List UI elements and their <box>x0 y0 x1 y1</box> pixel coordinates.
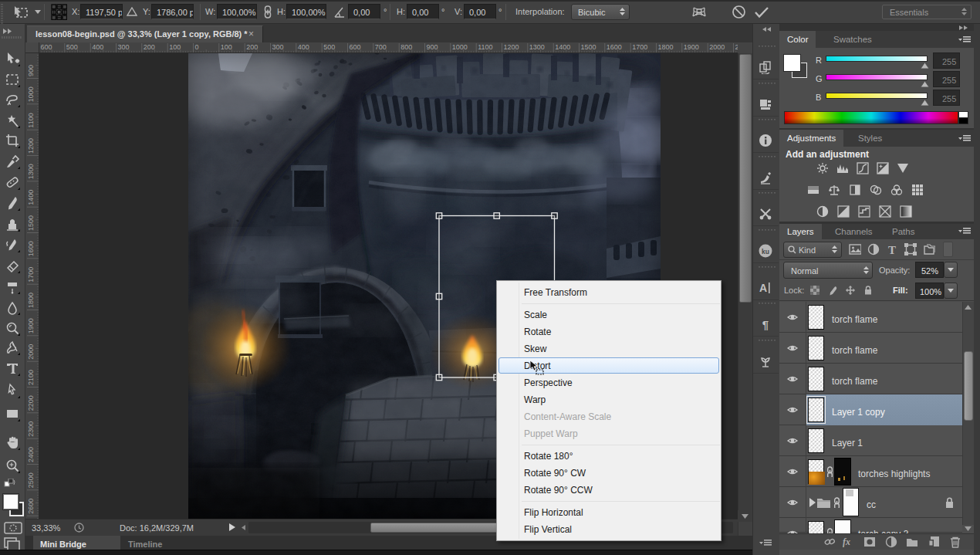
svg-text:1000: 1000 <box>27 86 35 102</box>
svg-text:1400: 1400 <box>27 190 35 205</box>
svg-text:2000: 2000 <box>709 43 725 51</box>
svg-text:2300: 2300 <box>27 421 35 437</box>
svg-text:100: 100 <box>169 43 181 51</box>
svg-text:1100: 1100 <box>27 113 35 127</box>
svg-text:1400: 1400 <box>555 43 570 51</box>
svg-text:1500: 1500 <box>581 43 596 51</box>
svg-text:1900: 1900 <box>27 318 35 333</box>
svg-text:200: 200 <box>144 43 155 51</box>
svg-text:2100: 2100 <box>27 370 35 385</box>
svg-text:400: 400 <box>92 43 103 51</box>
svg-text:¶: ¶ <box>762 318 769 331</box>
svg-text:A: A <box>759 282 767 294</box>
svg-text:1100: 1100 <box>478 43 492 51</box>
svg-text:400: 400 <box>298 43 309 51</box>
svg-text:600: 600 <box>41 43 52 51</box>
svg-text:500: 500 <box>323 43 335 51</box>
svg-text:1700: 1700 <box>632 43 647 51</box>
svg-text:2500: 2500 <box>27 472 35 488</box>
svg-text:1800: 1800 <box>658 43 674 51</box>
svg-text:2200: 2200 <box>27 395 35 411</box>
svg-text:1700: 1700 <box>27 267 35 283</box>
svg-text:700: 700 <box>375 43 387 51</box>
svg-text:1200: 1200 <box>504 43 519 51</box>
svg-text:2600: 2600 <box>27 499 35 514</box>
svg-text:200: 200 <box>246 43 258 51</box>
svg-text:900: 900 <box>27 65 35 76</box>
svg-text:0: 0 <box>195 43 199 51</box>
svg-text:900: 900 <box>427 43 438 51</box>
svg-text:1300: 1300 <box>529 43 545 51</box>
svg-text:fx: fx <box>843 536 850 547</box>
svg-text:2000: 2000 <box>27 344 35 360</box>
svg-text:100: 100 <box>221 43 232 51</box>
svg-text:T: T <box>888 244 896 256</box>
svg-text:1800: 1800 <box>27 293 35 308</box>
svg-text:500: 500 <box>66 43 78 51</box>
svg-text:1300: 1300 <box>27 164 35 179</box>
svg-text:2400: 2400 <box>27 447 35 462</box>
svg-text:1500: 1500 <box>27 215 35 231</box>
svg-text:1900: 1900 <box>684 43 699 51</box>
svg-text:300: 300 <box>272 43 284 51</box>
svg-text:600: 600 <box>350 43 361 51</box>
svg-text:1200: 1200 <box>27 138 35 154</box>
svg-text:ku: ku <box>762 248 769 256</box>
svg-text:1600: 1600 <box>27 241 35 256</box>
svg-text:1600: 1600 <box>607 43 622 51</box>
svg-text:300: 300 <box>118 43 130 51</box>
svg-text:800: 800 <box>400 43 412 51</box>
svg-text:1000: 1000 <box>452 43 468 51</box>
